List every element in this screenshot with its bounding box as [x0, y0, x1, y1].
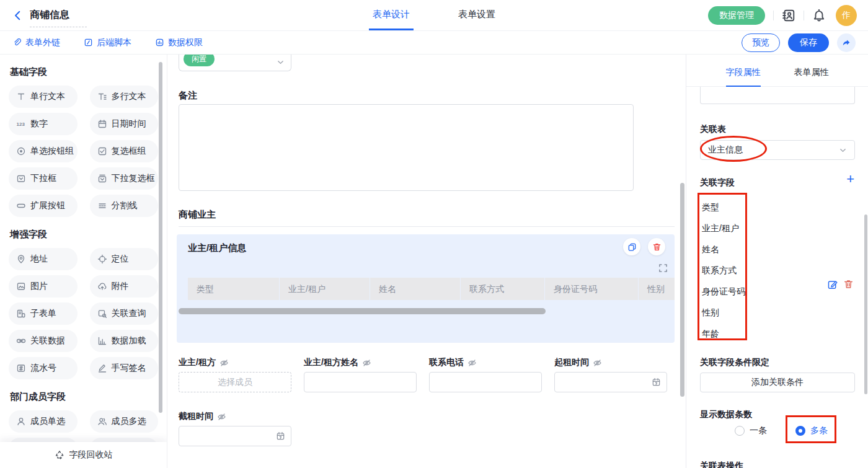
horizontal-scrollbar[interactable] [179, 308, 546, 314]
backend-script-link[interactable]: 后端脚本 [84, 37, 131, 48]
design-tabs: 表单设计 表单设置 [369, 0, 499, 30]
field-type-multi-line-text[interactable]: 多行文本 [90, 86, 159, 108]
phone-field[interactable]: 联系电话 [429, 356, 542, 392]
relation-field-item[interactable]: 年龄 [702, 323, 745, 344]
field-type-member-multi[interactable]: 成员多选 [90, 410, 159, 433]
copy-field-button[interactable] [623, 238, 640, 255]
delete-field-button[interactable] [648, 238, 665, 255]
radio-icon [16, 146, 26, 156]
phone-input[interactable] [429, 372, 542, 392]
subform-title: 业主/租户信息 [188, 242, 246, 254]
field-type-data-load[interactable]: 数据加载 [90, 330, 159, 352]
field-type-radio-group[interactable]: 单选按钮组 [9, 140, 78, 162]
preview-button[interactable]: 预览 [742, 33, 780, 52]
field-type-single-line-text[interactable]: 单行文本 [9, 86, 78, 108]
data-manage-button[interactable]: 数据管理 [708, 6, 765, 25]
column-header: 身份证号码 [545, 278, 638, 300]
lease-start-field[interactable]: 起租时间 [554, 356, 667, 392]
notification-bell-icon[interactable] [812, 9, 826, 22]
member-field[interactable]: 业主/租方 选择成员 [179, 356, 291, 392]
tab-field-properties[interactable]: 字段属性 [726, 55, 761, 87]
owner-name-field[interactable]: 业主/租方姓名 [304, 356, 417, 392]
display-count-radio-group: 一条 多条 [735, 425, 828, 436]
table-ops-label: 关联表操作 [700, 461, 743, 468]
topbar-actions: 数据管理 作 [708, 5, 868, 26]
panel-scrollbar[interactable] [864, 214, 867, 394]
field-type-relation-query[interactable]: 关联查询 [90, 302, 159, 325]
canvas-scrollbar[interactable] [680, 183, 684, 397]
share-button[interactable] [837, 33, 856, 52]
eye-off-icon [217, 412, 226, 422]
relation-field-item[interactable]: 姓名 [702, 239, 745, 260]
column-header: 联系方式 [461, 278, 544, 300]
trash-icon[interactable] [843, 279, 854, 290]
relation-field-item[interactable]: 业主/租户 [702, 218, 745, 239]
field-type-image[interactable]: 图片 [9, 275, 78, 298]
sidebar-scrollbar[interactable] [159, 62, 162, 413]
field-type-checkbox-group[interactable]: 复选框组 [90, 140, 159, 162]
edit-icon[interactable] [827, 279, 838, 290]
field-type-datetime[interactable]: 日期时间 [90, 113, 159, 135]
relation-field-item[interactable]: 身份证号码 [702, 281, 745, 302]
section-divider [179, 226, 675, 227]
relation-fields-label: 关联字段 [700, 177, 735, 188]
save-button[interactable]: 保存 [788, 33, 829, 52]
field-type-member-single[interactable]: 成员单选 [9, 410, 78, 433]
owner-name-label: 业主/租方姓名 [304, 357, 358, 368]
field-type-relation-data[interactable]: 关联数据 [9, 330, 78, 352]
back-icon[interactable] [12, 10, 24, 21]
radio-circle-icon [735, 426, 745, 436]
divider-line-icon [97, 201, 107, 211]
field-title-input-partial[interactable] [700, 87, 855, 104]
field-type-subform[interactable]: 子表单 [9, 302, 78, 325]
field-type-serial-number[interactable]: 流水号 [9, 357, 78, 379]
chevron-down-icon [277, 58, 285, 66]
eye-off-icon [219, 358, 229, 368]
relation-table-select[interactable]: 业主信息 [700, 140, 855, 160]
checkbox-icon [97, 146, 107, 156]
field-type-address[interactable]: 地址 [9, 248, 78, 270]
address-book-icon[interactable] [782, 9, 795, 22]
add-condition-button[interactable]: 添加关联条件 [700, 373, 855, 392]
radio-multiple[interactable]: 多条 [795, 425, 828, 436]
tab-form-properties[interactable]: 表单属性 [794, 55, 829, 87]
data-permission-link[interactable]: 数据权限 [155, 37, 203, 48]
lease-end-field[interactable]: 截租时间 [179, 410, 291, 446]
field-type-divider[interactable]: 分割线 [90, 195, 159, 217]
field-library-sidebar: 基础字段 单行文本 多行文本 123数字 日期时间 单选按钮组 复选框组 下拉框… [0, 55, 167, 468]
form-external-link[interactable]: 表单外链 [12, 37, 60, 48]
field-type-extend-button[interactable]: 扩展按钮 [9, 195, 78, 217]
expand-icon[interactable] [658, 263, 668, 273]
relation-field-item[interactable]: 性别 [702, 302, 745, 323]
member-picker-input[interactable]: 选择成员 [179, 372, 291, 392]
field-recycle-bin[interactable]: 字段回收站 [0, 442, 167, 468]
field-type-location[interactable]: 定位 [90, 248, 159, 270]
status-dropdown-field[interactable]: 闲置 [179, 55, 291, 71]
relation-field-item[interactable]: 联系方式 [702, 260, 745, 281]
users-icon [97, 417, 107, 426]
lease-end-input[interactable] [179, 426, 291, 446]
field-type-multi-select[interactable]: 下拉复选框 [90, 167, 159, 190]
field-type-attachment[interactable]: 附件 [90, 275, 159, 298]
relation-field-item[interactable]: 类型 [702, 196, 745, 218]
member-field-label: 业主/租方 [179, 357, 216, 368]
remark-textarea[interactable] [179, 104, 634, 191]
relation-field-actions [827, 279, 854, 290]
tab-form-settings[interactable]: 表单设置 [454, 0, 499, 30]
add-relation-field-icon[interactable]: + [846, 172, 854, 186]
user-avatar[interactable]: 作 [836, 5, 857, 26]
radio-single[interactable]: 一条 [735, 425, 767, 436]
form-canvas[interactable]: 闲置 备注 商铺业主 业主/租户信息 [167, 55, 686, 468]
tab-form-design[interactable]: 表单设计 [369, 0, 414, 30]
field-type-signature[interactable]: 手写签名 [90, 357, 159, 379]
owner-name-input[interactable] [304, 372, 417, 392]
pen-icon [97, 363, 107, 373]
enhanced-fields-grid: 地址 定位 图片 附件 子表单 关联查询 关联数据 数据加载 流水号 手写签名 [9, 248, 158, 379]
lease-start-input[interactable] [554, 372, 667, 392]
eye-off-icon [362, 358, 371, 368]
properties-panel: 字段属性 表单属性 关联表 业主信息 关联字段 + 类型 业主/租户 姓名 联系… [686, 55, 868, 468]
field-type-select[interactable]: 下拉框 [9, 167, 78, 190]
subform-block-selected[interactable]: 业主/租户信息 类型 业主/租户 姓名 联系方式 身份证号码 性别 [177, 234, 675, 343]
field-type-number[interactable]: 123数字 [9, 113, 78, 135]
page-title: 商铺信息 [30, 9, 69, 22]
